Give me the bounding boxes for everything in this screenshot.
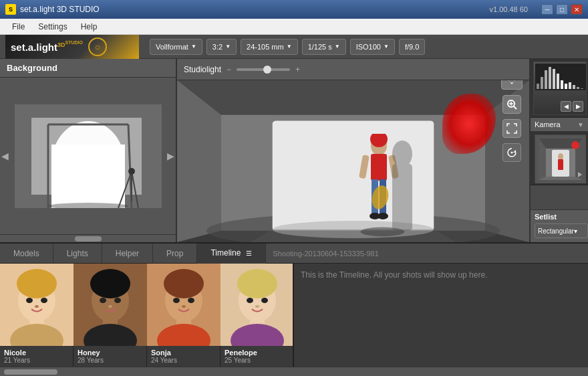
- camera-thumbnail-2: [531, 132, 588, 185]
- kamera-label-bar: Kamera ▼: [531, 118, 588, 132]
- version-info: v1.00.48 60: [490, 5, 529, 13]
- svg-point-11: [128, 168, 135, 175]
- left-panel: Background ◀: [0, 59, 177, 242]
- svg-marker-43: [514, 80, 517, 81]
- ratio-dropdown[interactable]: 3:2 ▼: [206, 39, 237, 55]
- nav-fullscreen-button[interactable]: [502, 119, 521, 138]
- main-container: set.a.light3DSTUDIO ○ Vollformat ▼ 3:2 ▼…: [0, 35, 588, 376]
- logo-area: set.a.light3DSTUDIO ○: [5, 35, 139, 59]
- bottom-scrollbar[interactable]: [0, 367, 588, 376]
- model-info-nicole: Nicole21 Years: [0, 346, 73, 367]
- background-preview: ◀: [0, 78, 176, 234]
- kamera-label-text: Kamera: [535, 120, 561, 128]
- right-panel: ◀ ▶ Kamera ▼: [529, 59, 588, 242]
- svg-rect-71: [558, 159, 563, 170]
- slider-minus[interactable]: −: [227, 65, 231, 74]
- svg-point-97: [182, 305, 186, 308]
- logo-text: set.a.light3DSTUDIO: [11, 40, 83, 53]
- shooting-label: Shooting-20130604-153335-981: [266, 244, 588, 263]
- svg-marker-73: [578, 172, 582, 177]
- left-scrollbar-thumb: [75, 236, 102, 242]
- tab-models[interactable]: Models: [0, 244, 53, 263]
- svg-point-96: [188, 298, 194, 303]
- viewport-3d[interactable]: [177, 80, 529, 242]
- svg-point-33: [392, 140, 412, 167]
- studiolight-slider[interactable]: [237, 68, 290, 71]
- cam-ctrl-1[interactable]: ◀: [561, 101, 571, 112]
- bottom-tabs: Models Lights Helper Prop Timeline ☰ Sho…: [0, 244, 588, 264]
- title-bar: S set.a.light 3D STUDIO v1.00.48 60 ─ □ …: [0, 0, 588, 19]
- svg-point-87: [100, 298, 106, 303]
- close-button[interactable]: ✕: [571, 4, 583, 15]
- svg-rect-60: [573, 85, 575, 89]
- iso-dropdown[interactable]: ISO100 ▼: [350, 39, 395, 55]
- model-age-honey: 28 Years: [78, 357, 142, 364]
- scroll-left-arrow[interactable]: ◀: [1, 151, 9, 161]
- svg-point-105: [255, 305, 259, 308]
- maximize-button[interactable]: □: [556, 4, 568, 15]
- content-area: Background ◀: [0, 59, 588, 242]
- right-nav-area: [531, 185, 588, 209]
- model-card-sonja[interactable]: Sonja24 Years: [147, 264, 220, 367]
- svg-point-70: [558, 153, 563, 160]
- tab-lights[interactable]: Lights: [53, 244, 102, 263]
- model-card-honey[interactable]: Honey28 Years: [74, 264, 147, 367]
- model-age-sonja: 24 Years: [151, 357, 216, 364]
- shutter-dropdown[interactable]: 1/125 s ▼: [302, 39, 346, 55]
- svg-rect-61: [577, 87, 579, 89]
- svg-rect-55: [553, 69, 555, 89]
- setlist-dropdown[interactable]: Rectangular▾: [535, 223, 588, 238]
- model-name-honey: Honey: [78, 349, 142, 357]
- cam-ctrl-2[interactable]: ▶: [573, 101, 583, 112]
- svg-point-95: [173, 298, 180, 303]
- scene-nav-arrow[interactable]: [575, 171, 583, 181]
- menu-settings[interactable]: Settings: [31, 21, 74, 33]
- logo-icon: ○: [88, 37, 107, 56]
- model-card-penelope[interactable]: Penelope25 Years: [220, 264, 294, 367]
- nav-orbit-button[interactable]: [501, 80, 523, 90]
- format-dropdown[interactable]: Vollformat ▼: [150, 39, 202, 55]
- minimize-button[interactable]: ─: [541, 4, 553, 15]
- shadow-svg: [362, 134, 442, 242]
- center-panel: Studiolight − +: [177, 59, 529, 242]
- camera-preview: ◀ ▶: [533, 62, 587, 115]
- slider-thumb: [263, 66, 271, 74]
- model-card-nicole[interactable]: Nicole21 Years: [0, 264, 74, 367]
- model-age-nicole: 21 Years: [4, 357, 69, 364]
- svg-point-86: [90, 269, 130, 298]
- timeline-menu-icon: ☰: [246, 250, 252, 257]
- fullscreen-icon: [506, 123, 517, 134]
- tab-timeline[interactable]: Timeline ☰: [197, 244, 266, 264]
- histogram-svg: [535, 64, 586, 90]
- menu-file[interactable]: File: [5, 21, 31, 33]
- svg-point-79: [26, 298, 33, 303]
- slider-plus[interactable]: +: [295, 65, 300, 74]
- svg-line-45: [514, 106, 517, 109]
- backdrop-preview: [15, 104, 162, 208]
- studio-toolbar: Studiolight − +: [177, 59, 529, 80]
- models-strip: Nicole21 YearsHoney28 YearsSonja24 Years…: [0, 264, 294, 367]
- menu-help[interactable]: Help: [74, 21, 104, 33]
- lens-dropdown[interactable]: 24-105 mm ▼: [241, 39, 298, 55]
- tab-helper[interactable]: Helper: [102, 244, 153, 263]
- nav-reset-button[interactable]: [502, 143, 521, 162]
- kamera-icon: ▼: [577, 121, 584, 128]
- svg-point-72: [571, 141, 579, 149]
- svg-point-102: [237, 269, 277, 298]
- svg-rect-57: [561, 80, 563, 89]
- svg-point-103: [247, 298, 253, 303]
- svg-rect-54: [549, 67, 551, 89]
- tab-prop[interactable]: Prop: [153, 244, 197, 263]
- svg-point-80: [41, 298, 47, 303]
- nav-zoom-button[interactable]: [502, 95, 521, 114]
- model-info-penelope: Penelope25 Years: [220, 346, 293, 367]
- model-age-penelope: 25 Years: [225, 357, 289, 364]
- svg-rect-59: [569, 82, 571, 89]
- scroll-right-arrow[interactable]: ▶: [167, 151, 174, 161]
- title-bar-left: S set.a.light 3D STUDIO: [5, 4, 100, 15]
- left-panel-scrollbar[interactable]: [0, 234, 176, 242]
- camera-controls-mini: ◀ ▶: [561, 101, 583, 112]
- timeline-placeholder: This is the Timeline. All your shots wil…: [301, 270, 487, 280]
- window-controls: ─ □ ✕: [541, 4, 583, 15]
- aperture-dropdown[interactable]: f/9.0: [399, 39, 425, 55]
